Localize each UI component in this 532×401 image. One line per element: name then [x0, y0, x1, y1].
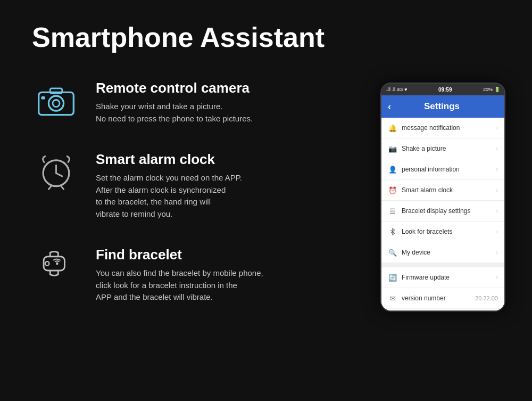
back-button[interactable]: ‹	[388, 101, 391, 112]
feature-camera: Remote control camera Shake your wrist a…	[32, 80, 319, 125]
status-bar: ..ll .ll 4G ♥ 09:59 20% 🔋	[381, 84, 504, 95]
phone-screen: ‹ Settings 🔔 message notification › 📷 Sh…	[381, 95, 504, 310]
svg-point-11	[45, 261, 49, 266]
camera-small-icon: 📷	[388, 144, 397, 153]
menu-separator	[381, 263, 504, 267]
camera-title: Remote control camera	[96, 80, 253, 96]
arrow-icon: ›	[496, 186, 498, 194]
menu-label-alarm: Smart alarm clock	[402, 186, 492, 194]
arrow-icon: ›	[496, 274, 498, 281]
menu-item-notification[interactable]: 🔔 message notification ›	[381, 118, 504, 138]
clock-icon: ⏰	[388, 185, 397, 195]
bracelet-title: Find bracelet	[96, 247, 263, 263]
page-title: Smartphone Assistant	[32, 21, 325, 53]
person-icon: 👤	[388, 165, 397, 174]
camera-description: Shake your wrist and take a picture.No n…	[96, 101, 253, 125]
search-icon: 🔍	[388, 248, 397, 257]
camera-feature-text: Remote control camera Shake your wrist a…	[96, 80, 253, 125]
arrow-icon: ›	[496, 228, 498, 235]
menu-item-alarm[interactable]: ⏰ Smart alarm clock ›	[381, 180, 504, 201]
arrow-icon: ›	[496, 124, 498, 132]
arrow-icon: ›	[496, 145, 498, 152]
menu-label-notification: message notification	[402, 124, 492, 132]
alarm-title: Smart alarm clock	[96, 151, 242, 168]
svg-line-9	[61, 186, 63, 190]
menu-label-personal-info: personal information	[402, 166, 492, 173]
bracelet-icon	[32, 247, 80, 287]
arrow-icon: ›	[496, 249, 498, 256]
svg-point-1	[48, 96, 63, 111]
menu-label-my-device: My device	[402, 249, 492, 256]
menu-label-shake-picture: Shake a picture	[402, 145, 492, 152]
svg-rect-3	[50, 88, 62, 93]
svg-line-8	[48, 186, 51, 190]
svg-rect-4	[41, 96, 45, 100]
svg-point-2	[52, 100, 59, 107]
menu-item-display-settings[interactable]: ☰ Bracelet display settings ›	[381, 201, 504, 222]
camera-icon	[32, 80, 80, 120]
menu-item-shake-picture[interactable]: 📷 Shake a picture ›	[381, 138, 504, 159]
status-bar-battery: 20% 🔋	[483, 87, 500, 92]
menu-label-version: version number	[402, 294, 471, 302]
menu-label-look-bracelets: Look for bracelets	[402, 228, 492, 235]
menu-value-version: 20.22.00	[475, 295, 498, 301]
status-bar-signal: ..ll .ll 4G ♥	[386, 87, 407, 92]
alarm-description: Set the alarm clock you need on the APP.…	[96, 172, 242, 220]
alarm-feature-text: Smart alarm clock Set the alarm clock yo…	[96, 151, 242, 220]
svg-point-12	[56, 263, 59, 265]
feature-bracelet: Find bracelet You can also find the brac…	[32, 247, 319, 304]
svg-line-7	[56, 173, 62, 176]
alarm-icon	[32, 151, 80, 191]
feature-alarm: Smart alarm clock Set the alarm clock yo…	[32, 151, 319, 220]
list-icon: ☰	[388, 206, 397, 216]
email-icon: ✉	[388, 293, 397, 303]
menu-label-display-settings: Bracelet display settings	[402, 207, 492, 215]
menu-list: 🔔 message notification › 📷 Shake a pictu…	[381, 118, 504, 310]
menu-item-my-device[interactable]: 🔍 My device ›	[381, 242, 504, 263]
bluetooth-icon	[388, 227, 397, 236]
menu-item-version: ✉ version number 20.22.00	[381, 288, 504, 309]
bell-icon: 🔔	[388, 123, 397, 133]
menu-item-look-bracelets[interactable]: Look for bracelets ›	[381, 222, 504, 242]
bracelet-feature-text: Find bracelet You can also find the brac…	[96, 247, 263, 304]
arrow-icon: ›	[496, 207, 498, 215]
app-header-title: Settings	[396, 101, 487, 112]
status-bar-time: 09:59	[438, 87, 452, 93]
menu-label-firmware: Firmware update	[402, 274, 492, 281]
arrow-icon: ›	[496, 166, 498, 173]
app-header: ‹ Settings	[381, 95, 504, 118]
phone-mockup: ..ll .ll 4G ♥ 09:59 20% 🔋 ‹ Settings 🔔 m…	[380, 83, 505, 312]
menu-item-personal-info[interactable]: 👤 personal information ›	[381, 159, 504, 180]
features-section: Remote control camera Shake your wrist a…	[32, 80, 319, 330]
menu-item-firmware[interactable]: 🔄 Firmware update ›	[381, 267, 504, 288]
svg-rect-10	[44, 257, 64, 271]
refresh-icon: 🔄	[388, 273, 397, 282]
bracelet-description: You can also find the bracelet by mobile…	[96, 267, 263, 304]
